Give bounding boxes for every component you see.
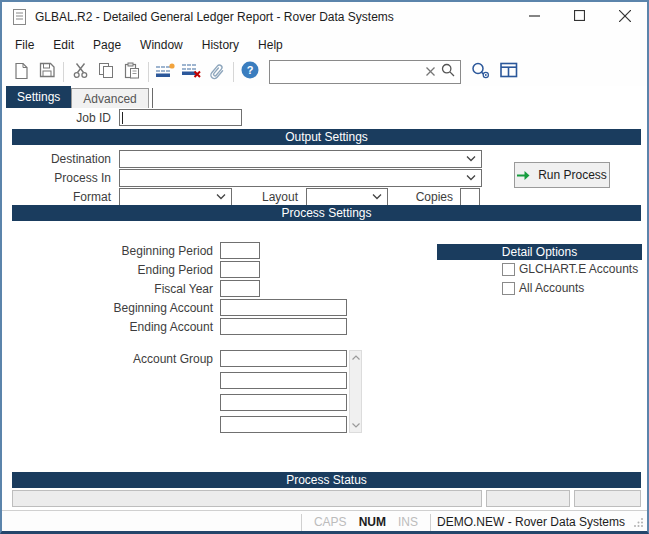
search-icon[interactable]: [441, 63, 455, 80]
tab-settings-label: Settings: [17, 90, 60, 104]
help-button[interactable]: ?: [237, 60, 263, 84]
process-status-header: Process Status: [12, 472, 641, 488]
document-icon: [13, 9, 26, 25]
account-group-input-1[interactable]: [220, 350, 347, 367]
toolbar-separator: [233, 62, 234, 82]
close-button[interactable]: [602, 2, 647, 32]
layout-button[interactable]: [496, 60, 522, 84]
status-bar: CAPS NUM INS DEMO.NEW - Rover Data Syste…: [2, 510, 647, 533]
menu-help[interactable]: Help: [258, 38, 283, 52]
caption-buttons: [512, 2, 647, 32]
glchart-accounts-checkbox[interactable]: [502, 263, 515, 276]
copies-input[interactable]: [460, 188, 480, 206]
clear-search-button[interactable]: [426, 65, 435, 79]
account-group-input-2[interactable]: [220, 372, 347, 389]
job-id-label: Job ID: [76, 109, 111, 127]
process-settings-header: Process Settings: [12, 205, 641, 221]
tab-strip: Settings Advanced: [6, 86, 153, 108]
minimize-icon: [529, 10, 540, 24]
process-status-box-3: [574, 490, 641, 507]
lookup-button[interactable]: [467, 60, 493, 84]
process-in-select[interactable]: [119, 169, 482, 187]
job-id-input[interactable]: [119, 109, 242, 126]
search-box: [269, 60, 461, 84]
process-in-label: Process In: [54, 169, 111, 187]
menu-edit[interactable]: Edit: [53, 38, 74, 52]
tab-settings[interactable]: Settings: [6, 86, 71, 108]
toolbar: ?: [2, 57, 647, 86]
process-status-box-2: [486, 490, 570, 507]
add-record-icon: [156, 63, 175, 81]
minimize-button[interactable]: [512, 2, 557, 32]
application-window: GLBAL.R2 - Detailed General Ledger Repor…: [0, 0, 649, 534]
scroll-up-icon[interactable]: [349, 351, 362, 364]
beginning-period-label: Beginning Period: [122, 242, 213, 260]
resize-grip-icon[interactable]: [633, 517, 644, 528]
account-group-input-4[interactable]: [220, 416, 347, 433]
text-caret: [122, 112, 123, 124]
beginning-account-label: Beginning Account: [114, 299, 213, 317]
save-button[interactable]: [34, 60, 60, 84]
delete-record-button[interactable]: [178, 60, 204, 84]
window-title: GLBAL.R2 - Detailed General Ledger Repor…: [35, 10, 394, 24]
add-record-button[interactable]: [152, 60, 178, 84]
account-group-label: Account Group: [133, 350, 213, 368]
account-group-input-3[interactable]: [220, 394, 347, 411]
tab-advanced-label: Advanced: [83, 92, 136, 106]
toolbar-separator: [63, 62, 64, 82]
paste-icon: [124, 62, 140, 82]
menu-file[interactable]: File: [15, 38, 34, 52]
menu-page[interactable]: Page: [93, 38, 121, 52]
ending-period-label: Ending Period: [138, 261, 213, 279]
search-input[interactable]: [270, 62, 426, 82]
copy-icon: [98, 62, 114, 82]
destination-select[interactable]: [119, 150, 482, 168]
new-document-icon: [14, 62, 28, 82]
format-select[interactable]: [119, 188, 232, 206]
cut-button[interactable]: [67, 60, 93, 84]
svg-text:?: ?: [247, 64, 254, 76]
chevron-down-icon: [466, 156, 481, 162]
run-process-label: Run Process: [538, 168, 607, 182]
all-accounts-checkbox[interactable]: [502, 282, 515, 295]
save-icon: [39, 62, 55, 81]
new-button[interactable]: [8, 60, 34, 84]
tab-advanced[interactable]: Advanced: [71, 88, 148, 108]
paste-button[interactable]: [119, 60, 145, 84]
toolbar-separator: [148, 62, 149, 82]
delete-record-icon: [182, 63, 201, 81]
copy-button[interactable]: [93, 60, 119, 84]
attachments-button[interactable]: [204, 60, 230, 84]
statusbar-separator: [430, 514, 431, 531]
fiscal-year-input[interactable]: [220, 280, 260, 297]
beginning-account-input[interactable]: [220, 299, 347, 316]
chevron-down-icon: [372, 194, 387, 200]
cut-icon: [72, 62, 89, 82]
copies-label: Copies: [416, 188, 453, 206]
num-indicator: NUM: [359, 515, 386, 529]
ending-period-input[interactable]: [220, 261, 260, 278]
ending-account-input[interactable]: [220, 318, 347, 335]
layout-icon: [500, 62, 518, 81]
format-label: Format: [73, 188, 111, 206]
all-accounts-label: All Accounts: [519, 281, 584, 295]
fiscal-year-label: Fiscal Year: [154, 280, 213, 298]
maximize-button[interactable]: [557, 2, 602, 32]
menu-history[interactable]: History: [202, 38, 239, 52]
close-icon: [619, 10, 631, 25]
title-bar: GLBAL.R2 - Detailed General Ledger Repor…: [2, 2, 647, 32]
run-process-button[interactable]: Run Process: [514, 162, 610, 188]
beginning-period-input[interactable]: [220, 242, 260, 259]
scroll-down-icon[interactable]: [349, 419, 362, 432]
layout-select[interactable]: [306, 188, 388, 206]
paperclip-icon: [207, 61, 228, 83]
ending-account-label: Ending Account: [130, 318, 213, 336]
detail-options-header: Detail Options: [437, 244, 642, 260]
lookup-icon: [471, 62, 490, 82]
account-group-scrollbar[interactable]: [349, 350, 362, 433]
menu-window[interactable]: Window: [140, 38, 183, 52]
chevron-down-icon: [466, 175, 481, 181]
help-icon: ?: [241, 61, 259, 82]
session-label: DEMO.NEW - Rover Data Systems: [437, 515, 625, 529]
ins-indicator: INS: [398, 515, 418, 529]
